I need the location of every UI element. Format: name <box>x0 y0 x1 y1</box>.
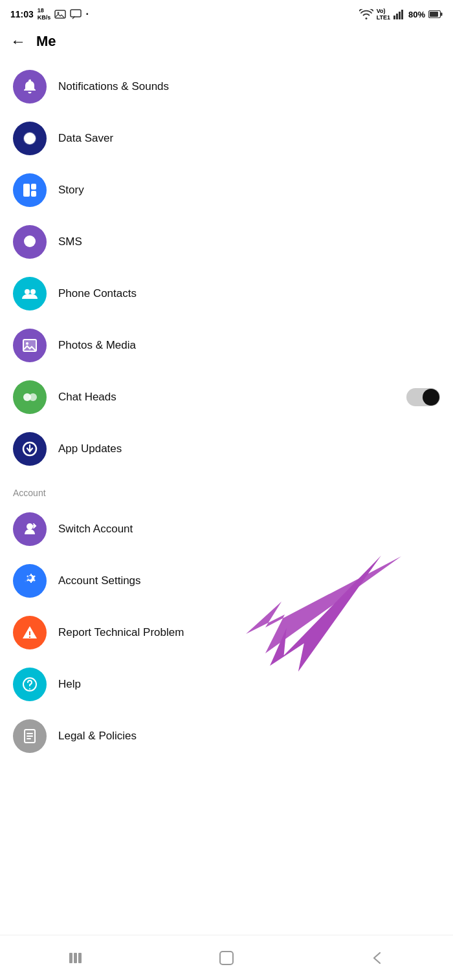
svg-point-26 <box>29 688 30 690</box>
menu-item-app-updates[interactable]: App Updates <box>0 423 453 475</box>
menu-item-story[interactable]: Story <box>0 164 453 216</box>
volte-label: Vo)LTE1 <box>377 8 390 21</box>
legal-icon <box>13 719 47 753</box>
svg-rect-5 <box>399 12 401 19</box>
svg-point-13 <box>24 235 36 247</box>
signal-icon <box>393 9 405 19</box>
chat-heads-label: Chat Heads <box>58 391 395 404</box>
back-nav-icon <box>369 950 386 966</box>
svg-rect-9 <box>430 12 438 17</box>
dot-indicator: · <box>85 8 89 21</box>
menu-item-account-settings[interactable]: Account Settings <box>0 555 453 607</box>
photos-media-icon <box>13 329 47 362</box>
notifications-icon <box>13 70 47 103</box>
svg-rect-6 <box>401 10 403 19</box>
phone-contacts-icon <box>13 277 47 310</box>
wifi-icon <box>359 9 373 19</box>
page-header: ← Me <box>0 26 453 61</box>
menu-nav-icon <box>67 950 84 966</box>
svg-point-1 <box>58 12 60 14</box>
notifications-label: Notifications & Sounds <box>58 80 440 93</box>
svg-rect-24 <box>29 637 30 638</box>
nav-menu-button[interactable] <box>56 945 95 971</box>
account-section-header: Account <box>0 475 453 503</box>
svg-point-14 <box>25 289 30 294</box>
help-label: Help <box>58 678 440 691</box>
page-title: Me <box>36 33 56 50</box>
svg-rect-33 <box>69 953 72 963</box>
back-button[interactable]: ← <box>10 32 26 50</box>
svg-point-18 <box>26 342 28 345</box>
svg-rect-12 <box>31 191 36 197</box>
app-updates-label: App Updates <box>58 442 440 455</box>
nav-back-button[interactable] <box>358 945 397 971</box>
menu-item-chat-heads[interactable]: Chat Heads <box>0 371 453 423</box>
nav-home-button[interactable] <box>207 945 246 971</box>
toggle-knob <box>423 389 439 406</box>
data-saver-icon <box>13 122 47 155</box>
menu-item-legal[interactable]: Legal & Policies <box>0 710 453 762</box>
menu-item-sms[interactable]: SMS <box>0 216 453 268</box>
svg-point-20 <box>29 393 37 401</box>
svg-rect-11 <box>31 184 36 190</box>
svg-rect-10 <box>23 184 30 197</box>
svg-rect-23 <box>29 631 30 635</box>
menu-item-notifications[interactable]: Notifications & Sounds <box>0 61 453 113</box>
svg-rect-35 <box>78 953 82 963</box>
story-label: Story <box>58 184 440 197</box>
svg-rect-3 <box>393 16 395 19</box>
battery-icon <box>428 10 443 18</box>
switch-account-label: Switch Account <box>58 523 440 536</box>
phone-contacts-label: Phone Contacts <box>58 287 440 300</box>
status-speed: 18KB/s <box>38 7 51 21</box>
image-status-icon <box>54 9 66 19</box>
menu-item-report-technical[interactable]: Report Technical Problem <box>0 607 453 659</box>
legal-label: Legal & Policies <box>58 730 440 743</box>
home-nav-icon <box>218 950 235 966</box>
switch-account-icon <box>13 512 47 546</box>
svg-rect-34 <box>74 953 77 963</box>
report-technical-label: Report Technical Problem <box>58 626 440 639</box>
report-technical-icon <box>13 616 47 649</box>
account-settings-icon <box>13 564 47 598</box>
svg-rect-36 <box>220 952 233 964</box>
chat-heads-icon <box>13 380 47 414</box>
svg-rect-8 <box>441 13 443 16</box>
story-icon <box>13 173 47 207</box>
sms-label: SMS <box>58 235 440 248</box>
status-left: 11:03 18KB/s · <box>10 7 89 21</box>
menu-item-photos-media[interactable]: Photos & Media <box>0 320 453 371</box>
menu-item-switch-account[interactable]: Switch Account <box>0 503 453 555</box>
svg-rect-4 <box>396 14 398 19</box>
battery-label: 80% <box>408 10 425 19</box>
menu-item-help[interactable]: Help <box>0 659 453 710</box>
svg-point-15 <box>30 289 36 294</box>
status-bar: 11:03 18KB/s · Vo)LTE1 <box>0 0 453 26</box>
bottom-nav <box>0 935 453 980</box>
help-icon <box>13 668 47 701</box>
menu-item-phone-contacts[interactable]: Phone Contacts <box>0 268 453 320</box>
chat-heads-toggle[interactable] <box>406 388 440 406</box>
status-time: 11:03 <box>10 9 34 19</box>
svg-rect-2 <box>71 10 81 17</box>
app-updates-icon <box>13 432 47 466</box>
menu-item-data-saver[interactable]: Data Saver <box>0 113 453 164</box>
account-settings-label: Account Settings <box>58 574 440 587</box>
sms-icon <box>13 225 47 259</box>
message-status-icon <box>70 9 82 19</box>
status-right: Vo)LTE1 80% <box>359 8 443 21</box>
data-saver-label: Data Saver <box>58 132 440 145</box>
photos-media-label: Photos & Media <box>58 339 440 352</box>
